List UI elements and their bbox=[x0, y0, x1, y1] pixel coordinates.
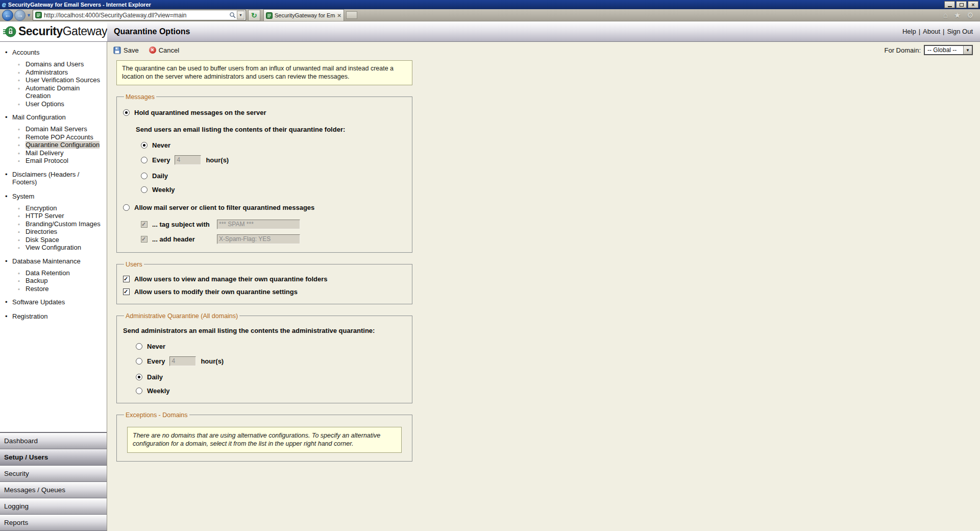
admin-never-radio[interactable] bbox=[136, 343, 142, 350]
link-separator: | bbox=[919, 28, 920, 35]
app-logo-text: SecurityGateway bbox=[18, 25, 107, 38]
forward-button[interactable]: → bbox=[14, 10, 26, 21]
sidebar-item-user-verification-sources[interactable]: User Verification Sources bbox=[0, 76, 107, 84]
favorites-star-icon[interactable]: ★ bbox=[954, 11, 961, 19]
link-separator: | bbox=[943, 28, 944, 35]
browser-tab[interactable]: SecurityGateway for Email S... ✕ bbox=[263, 9, 344, 21]
users-every-suffix: hour(s) bbox=[206, 156, 229, 164]
domain-select[interactable]: -- Global -- ▼ bbox=[924, 45, 973, 55]
allow-filter-radio[interactable] bbox=[123, 204, 130, 211]
sign-out-link[interactable]: Sign Out bbox=[947, 28, 973, 35]
tab-favicon bbox=[266, 12, 273, 19]
home-icon[interactable]: ⌂ bbox=[943, 11, 948, 19]
search-icon[interactable] bbox=[229, 12, 236, 19]
address-bar[interactable]: ▼ bbox=[33, 10, 246, 20]
users-every-hours-input[interactable] bbox=[175, 155, 201, 165]
admin-quarantine-fieldset: Administrative Quarantine (All domains) … bbox=[116, 312, 412, 403]
sidebar-section-mail-configuration[interactable]: Mail Configuration bbox=[0, 112, 107, 122]
bottom-nav-setup-users[interactable]: Setup / Users bbox=[0, 449, 107, 466]
close-button[interactable]: × bbox=[968, 1, 978, 8]
minimize-button[interactable] bbox=[944, 1, 955, 8]
tab-close-icon[interactable]: ✕ bbox=[337, 13, 341, 18]
admin-every-hours-input[interactable] bbox=[169, 356, 196, 366]
sidebar-item-branding-custom-images[interactable]: Branding/Custom Images bbox=[0, 220, 107, 228]
settings-gear-icon[interactable]: ⚙ bbox=[967, 11, 974, 19]
messages-fieldset: Messages Hold quarantined messages on th… bbox=[116, 93, 412, 253]
page-header-bar: Quarantine Options Help | About | Sign O… bbox=[107, 21, 980, 41]
search-dropdown-icon[interactable]: ▼ bbox=[237, 11, 244, 19]
sidebar-item-automatic-domain-creation[interactable]: Automatic Domain Creation bbox=[0, 84, 107, 100]
sidebar-item-remote-pop-accounts[interactable]: Remote POP Accounts bbox=[0, 133, 107, 141]
header-links: Help | About | Sign Out bbox=[902, 28, 973, 35]
sidebar-item-administrators[interactable]: Administrators bbox=[0, 68, 107, 77]
admin-daily-radio[interactable] bbox=[136, 374, 142, 380]
sidebar-item-directories[interactable]: Directories bbox=[0, 228, 107, 236]
url-input[interactable] bbox=[44, 11, 227, 19]
add-header-label: ... add header bbox=[152, 235, 212, 243]
sidebar-section-registration[interactable]: Registration bbox=[0, 311, 107, 321]
sidebar-section-database-maintenance[interactable]: Database Maintenance bbox=[0, 256, 107, 266]
help-link[interactable]: Help bbox=[902, 28, 916, 35]
add-header-input[interactable] bbox=[217, 234, 300, 244]
sidebar-item-domains-and-users[interactable]: Domains and Users bbox=[0, 60, 107, 68]
sidebar-item-mail-delivery[interactable]: Mail Delivery bbox=[0, 149, 107, 157]
sidebar-item-user-options[interactable]: User Options bbox=[0, 100, 107, 108]
tag-subject-label: ... tag subject with bbox=[152, 221, 212, 228]
sidebar-item-domain-mail-servers[interactable]: Domain Mail Servers bbox=[0, 125, 107, 133]
sidebar-section-disclaimers[interactable]: Disclaimers (Headers / Footers) bbox=[0, 170, 107, 187]
bottom-nav-security[interactable]: Security bbox=[0, 466, 107, 482]
users-legend: Users bbox=[124, 261, 144, 268]
users-weekly-radio[interactable] bbox=[141, 186, 148, 193]
save-button[interactable]: Save bbox=[113, 46, 139, 54]
admin-every-suffix: hour(s) bbox=[201, 357, 224, 365]
back-button[interactable]: ← bbox=[2, 10, 13, 21]
users-daily-radio[interactable] bbox=[141, 173, 148, 179]
admin-weekly-radio[interactable] bbox=[136, 388, 142, 394]
tag-subject-input[interactable] bbox=[217, 220, 300, 229]
sidebar-item-data-retention[interactable]: Data Retention bbox=[0, 269, 107, 277]
sidebar-section-software-updates[interactable]: Software Updates bbox=[0, 297, 107, 307]
sidebar-item-view-configuration[interactable]: View Configuration bbox=[0, 244, 107, 252]
allow-view-manage-checkbox[interactable] bbox=[123, 276, 130, 282]
refresh-button[interactable]: ↻ bbox=[248, 10, 260, 21]
sidebar-item-disk-space[interactable]: Disk Space bbox=[0, 236, 107, 244]
bottom-nav-messages-queues[interactable]: Messages / Queues bbox=[0, 482, 107, 498]
for-domain-label: For Domain: bbox=[884, 46, 921, 54]
recent-pages-dropdown-icon[interactable]: ▼ bbox=[27, 13, 31, 18]
sidebar-item-http-server[interactable]: HTTP Server bbox=[0, 212, 107, 220]
sidebar-section-system[interactable]: System bbox=[0, 191, 107, 201]
bottom-nav-logging[interactable]: Logging bbox=[0, 498, 107, 515]
messages-legend: Messages bbox=[124, 93, 156, 101]
sidebar-item-email-protocol[interactable]: Email Protocol bbox=[0, 157, 107, 165]
restore-button[interactable] bbox=[956, 1, 967, 8]
tag-subject-checkbox[interactable] bbox=[141, 221, 148, 228]
ie-logo-icon: e bbox=[2, 1, 6, 8]
hold-messages-label: Hold quarantined messages on the server bbox=[134, 109, 266, 116]
about-link[interactable]: About bbox=[923, 28, 940, 35]
sidebar-item-backup[interactable]: Backup bbox=[0, 277, 107, 285]
cancel-button[interactable]: ✕ Cancel bbox=[149, 46, 179, 54]
users-never-radio[interactable] bbox=[141, 142, 148, 149]
sidebar-item-quarantine-configuration[interactable]: Quarantine Configuration bbox=[0, 141, 107, 149]
allow-modify-settings-checkbox[interactable] bbox=[123, 288, 130, 295]
quarantine-info-box: The quarantine can be used to buffer use… bbox=[116, 60, 412, 85]
allow-filter-label: Allow mail server or client to filter qu… bbox=[134, 204, 314, 211]
hold-messages-radio[interactable] bbox=[123, 109, 130, 116]
sidebar-section-accounts[interactable]: Accounts bbox=[0, 47, 107, 57]
users-daily-label: Daily bbox=[152, 172, 168, 180]
users-fieldset: Users Allow users to view and manage the… bbox=[116, 261, 412, 304]
add-header-checkbox[interactable] bbox=[141, 236, 148, 243]
window-title: SecurityGateway for Email Servers - Inte… bbox=[8, 2, 944, 8]
browser-nav-bar: ← → ▼ ▼ ↻ SecurityGateway for Email S...… bbox=[0, 9, 980, 21]
bottom-nav-dashboard[interactable]: Dashboard bbox=[0, 433, 107, 449]
users-every-radio[interactable] bbox=[141, 157, 148, 163]
chevron-down-icon: ▼ bbox=[963, 46, 972, 54]
admin-every-radio[interactable] bbox=[136, 358, 142, 365]
exceptions-note: There are no domains that are using alte… bbox=[127, 427, 402, 453]
sidebar-item-encryption[interactable]: Encryption bbox=[0, 204, 107, 212]
users-weekly-label: Weekly bbox=[152, 186, 175, 194]
main-content: Save ✕ Cancel For Domain: -- Global -- ▼… bbox=[107, 42, 980, 531]
new-tab-button[interactable] bbox=[346, 11, 357, 19]
bottom-nav-reports[interactable]: Reports bbox=[0, 515, 107, 531]
sidebar-item-restore[interactable]: Restore bbox=[0, 285, 107, 293]
